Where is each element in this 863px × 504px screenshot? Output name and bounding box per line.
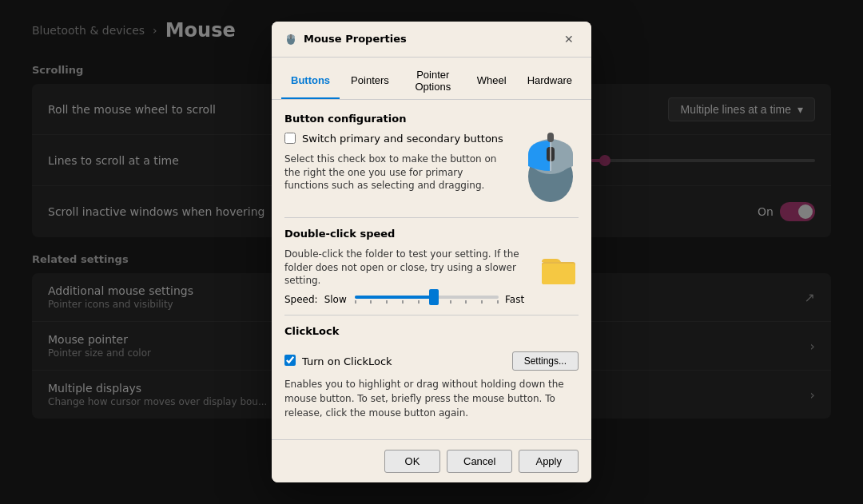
tab-buttons[interactable]: Buttons	[281, 64, 340, 99]
speed-tick	[481, 300, 483, 304]
modal-title-text: Mouse Properties	[304, 33, 407, 45]
clicklock-header: ClickLock	[284, 325, 579, 345]
speed-tick	[450, 300, 451, 304]
clicklock-title: ClickLock	[284, 325, 339, 337]
clicklock-desc: Enables you to highlight or drag without…	[284, 377, 579, 420]
svg-rect-8	[547, 133, 554, 142]
speed-row: Speed: Slow	[284, 294, 529, 305]
clicklock-settings-button[interactable]: Settings...	[512, 351, 579, 371]
double-click-section: Double-click speed Double-click the fold…	[284, 228, 579, 305]
speed-tick	[418, 300, 420, 304]
ok-button[interactable]: OK	[384, 450, 440, 473]
switch-buttons-checkbox-row: Switch primary and secondary buttons	[284, 133, 510, 145]
mouse-properties-modal: Mouse Properties ✕ Buttons Pointers Poin…	[272, 22, 591, 482]
double-click-title: Double-click speed	[284, 228, 579, 240]
speed-label: Speed:	[284, 294, 318, 305]
modal-close-button[interactable]: ✕	[559, 30, 579, 49]
switch-buttons-checkbox[interactable]	[284, 133, 296, 144]
button-config-left: Switch primary and secondary buttons Sel…	[284, 133, 510, 204]
speed-track	[355, 296, 499, 299]
apply-button[interactable]: Apply	[519, 450, 579, 473]
tab-pointers[interactable]: Pointers	[341, 64, 399, 99]
double-click-content: Double-click the folder to test your set…	[284, 248, 579, 305]
slow-label: Slow	[324, 294, 348, 305]
clicklock-checkbox[interactable]	[284, 355, 296, 366]
divider-1	[284, 217, 579, 218]
clicklock-section: ClickLock Turn on ClickLock Settings... …	[284, 325, 579, 420]
button-config-desc: Select this check box to make the button…	[284, 153, 510, 192]
speed-thumb	[429, 289, 439, 305]
speed-tick	[386, 300, 388, 304]
folder-icon[interactable]	[539, 248, 579, 288]
speed-fill	[355, 296, 434, 299]
speed-tick	[497, 300, 499, 304]
tab-hardware[interactable]: Hardware	[518, 64, 582, 99]
speed-slider-container[interactable]	[355, 296, 499, 304]
modal-footer: OK Cancel Apply	[272, 439, 591, 482]
divider-2	[284, 315, 579, 315]
modal-title-left: Mouse Properties	[284, 33, 407, 46]
svg-rect-10	[542, 264, 575, 284]
speed-tick	[402, 300, 404, 304]
button-config-title: Button configuration	[284, 113, 579, 125]
clicklock-label[interactable]: Turn on ClickLock	[302, 355, 392, 367]
clicklock-checkbox-wrapper	[284, 354, 296, 369]
double-click-left: Double-click the folder to test your set…	[284, 248, 529, 305]
double-click-desc: Double-click the folder to test your set…	[284, 248, 529, 288]
speed-tick	[465, 300, 467, 304]
speed-tick	[370, 300, 372, 304]
button-config-section: Switch primary and secondary buttons Sel…	[284, 133, 579, 204]
modal-tabs: Buttons Pointers Pointer Options Wheel H…	[272, 58, 591, 100]
mouse-illustration	[523, 133, 579, 204]
modal-overlay: Mouse Properties ✕ Buttons Pointers Poin…	[0, 0, 863, 504]
modal-body: Button configuration Switch primary and …	[272, 100, 591, 439]
modal-titlebar: Mouse Properties ✕	[272, 22, 591, 58]
clicklock-left: Turn on ClickLock	[284, 354, 392, 369]
tab-wheel[interactable]: Wheel	[467, 64, 516, 99]
svg-rect-3	[290, 35, 292, 38]
speed-tick	[355, 300, 356, 304]
cancel-button[interactable]: Cancel	[447, 450, 512, 473]
speed-ticks	[355, 300, 499, 304]
switch-buttons-label[interactable]: Switch primary and secondary buttons	[302, 133, 503, 145]
tab-pointer-options[interactable]: Pointer Options	[400, 64, 466, 99]
fast-label: Fast	[505, 294, 529, 305]
mouse-properties-icon	[284, 33, 297, 46]
clicklock-checkbox-row: Turn on ClickLock Settings...	[284, 351, 579, 371]
